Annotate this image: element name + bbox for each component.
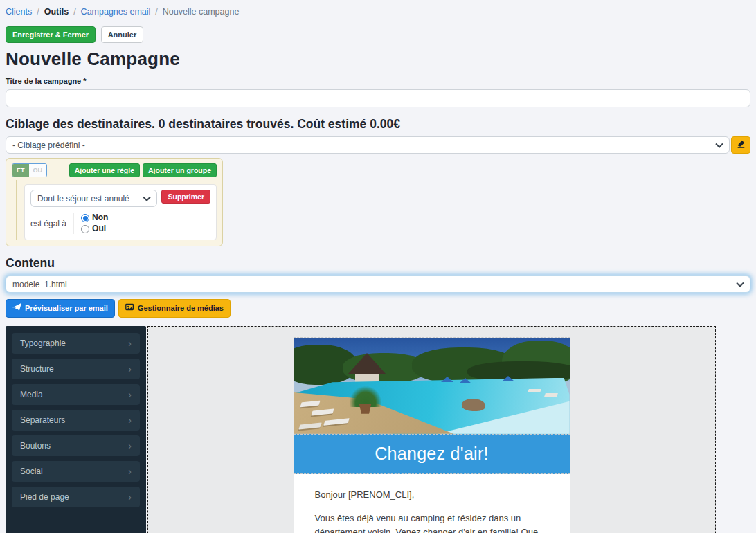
or-toggle-button[interactable]: OU <box>29 164 47 177</box>
breadcrumb-separator: / <box>155 7 157 17</box>
email-banner-block[interactable]: Changez d'air! <box>294 434 570 474</box>
chevron-right-icon: › <box>128 338 132 348</box>
rule-field-select[interactable]: Dont le séjour est annulé <box>30 190 157 207</box>
operator-label: est égal à <box>30 219 73 228</box>
rules-list: Dont le séjour est annulé Supprimer est … <box>16 180 217 240</box>
sidebar-item-label: Typographie <box>20 338 66 348</box>
chevron-right-icon: › <box>128 467 132 476</box>
content-heading: Contenu <box>6 256 750 271</box>
radio-label: Non <box>92 213 108 224</box>
sidebar-item-label: Séparateurs <box>20 415 65 425</box>
sidebar-item-pied-de-page[interactable]: Pied de page› <box>12 487 140 507</box>
sidebar-item-typographie[interactable]: Typographie› <box>12 333 140 354</box>
radio-option-oui[interactable]: Oui <box>81 224 108 235</box>
targeting-select-row: - Ciblage prédéfini - <box>6 136 750 154</box>
preview-email-label: Prévisualiser par email <box>25 303 108 313</box>
breadcrumb-current: Nouvelle campagne <box>163 7 240 17</box>
breadcrumb-separator: / <box>73 7 75 17</box>
template-select-row: modele_1.html <box>6 275 750 293</box>
paper-plane-icon <box>12 302 21 314</box>
radio-icon <box>81 225 89 233</box>
sidebar-item-media[interactable]: Media› <box>12 384 140 405</box>
email-image-block[interactable] <box>294 338 570 434</box>
sidebar-item-label: Pied de page <box>20 492 69 502</box>
save-close-button[interactable]: Enregistrer & Fermer <box>6 26 96 43</box>
email-document: Changez d'air! Bonjour [PRENOM_CLI], Vou… <box>294 338 570 533</box>
sidebar-item-label: Media <box>20 390 43 399</box>
chevron-right-icon: › <box>128 364 132 374</box>
and-or-toggle: ET OU <box>12 163 47 177</box>
breadcrumb-separator: / <box>37 7 39 17</box>
campaign-title-input[interactable] <box>6 89 750 107</box>
chevron-right-icon: › <box>128 492 132 502</box>
breadcrumb: Clients/Outils/Campagnes email/Nouvelle … <box>6 7 750 17</box>
sidebar-item-structure[interactable]: Structure› <box>12 359 140 379</box>
clear-targeting-button[interactable] <box>731 136 750 154</box>
radio-option-non[interactable]: Non <box>81 213 108 224</box>
media-manager-label: Gestionnaire de médias <box>138 303 224 313</box>
sidebar-item-social[interactable]: Social› <box>12 461 140 482</box>
delete-rule-button[interactable]: Supprimer <box>161 190 210 204</box>
rule-value-radio-group: Non Oui <box>73 213 108 234</box>
campaign-title-label: Titre de la campagne * <box>6 77 750 85</box>
add-group-button[interactable]: Ajouter un groupe <box>143 163 217 177</box>
breadcrumb-campagnes-email[interactable]: Campagnes email <box>81 7 151 17</box>
targeting-heading: Ciblage des destinataires. 0 destinatair… <box>6 117 750 132</box>
media-manager-button[interactable]: Gestionnaire de médias <box>118 299 231 317</box>
builder-sidebar: Typographie› Structure› Media› Séparateu… <box>6 326 146 533</box>
preview-email-button[interactable]: Prévisualiser par email <box>6 299 115 317</box>
radio-label: Oui <box>92 224 106 235</box>
email-text-block[interactable]: Bonjour [PRENOM_CLI], Vous êtes déjà ven… <box>294 474 570 533</box>
radio-icon <box>81 214 89 222</box>
action-buttons-row: Enregistrer & Fermer Annuler <box>6 26 750 43</box>
breadcrumb-clients[interactable]: Clients <box>6 7 32 17</box>
images-icon <box>125 302 134 314</box>
add-rule-button[interactable]: Ajouter une règle <box>69 163 140 177</box>
cancel-button[interactable]: Annuler <box>101 26 144 43</box>
sidebar-item-boutons[interactable]: Boutons› <box>12 435 140 456</box>
email-greeting: Bonjour [PRENOM_CLI], <box>315 488 549 503</box>
page-title: Nouvelle Campagne <box>6 48 750 70</box>
sidebar-item-separateurs[interactable]: Séparateurs› <box>12 410 140 431</box>
banner-text: Changez d'air! <box>375 444 489 463</box>
campaign-editor-page: Clients/Outils/Campagnes email/Nouvelle … <box>0 0 756 533</box>
chevron-right-icon: › <box>128 390 132 399</box>
email-preview-canvas[interactable]: Changez d'air! Bonjour [PRENOM_CLI], Vou… <box>147 326 716 533</box>
query-builder-group: ET OU Ajouter une règle Ajouter un group… <box>6 158 223 246</box>
chevron-right-icon: › <box>128 441 132 451</box>
preset-targeting-select[interactable]: - Ciblage prédéfini - <box>6 136 730 154</box>
query-rule: Dont le séjour est annulé Supprimer est … <box>24 184 217 240</box>
chevron-right-icon: › <box>128 415 132 425</box>
email-builder: Typographie› Structure› Media› Séparateu… <box>6 326 750 533</box>
sidebar-item-label: Social <box>20 467 43 476</box>
sidebar-item-label: Boutons <box>20 441 51 451</box>
sidebar-item-label: Structure <box>20 364 54 374</box>
and-toggle-button[interactable]: ET <box>12 164 29 177</box>
eraser-icon <box>736 139 746 151</box>
email-body-text: Vous êtes déjà venu au camping et réside… <box>315 512 549 533</box>
template-select[interactable]: modele_1.html <box>6 275 750 293</box>
breadcrumb-outils[interactable]: Outils <box>44 7 69 17</box>
content-buttons-row: Prévisualiser par email Gestionnaire de … <box>6 299 750 317</box>
